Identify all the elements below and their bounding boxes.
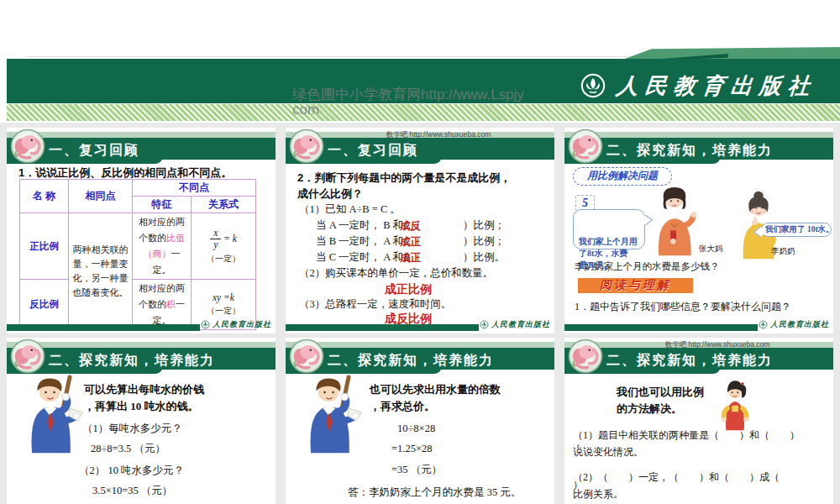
col-header-same: 相同点: [69, 180, 133, 213]
col-header-name: 名 称: [20, 180, 69, 213]
slide-title: 二、探究新知，培养能力: [328, 352, 494, 370]
slide-5[interactable]: 二、探究新知，培养能力 也可以先求出用水量的倍数 ，再求总价。 10÷8×28 …: [286, 338, 554, 504]
slide-title: 二、探究新知，培养能力: [606, 352, 773, 370]
col-header-formula: 关系式: [192, 197, 256, 213]
slide-footer-bar: [7, 324, 200, 331]
method-hint: 也可以先求出用水量的倍数 ，再求总价。: [370, 381, 501, 415]
col-header-diff: 不同点: [133, 180, 256, 197]
speech-bubble-left: 我们家上个月用 了8t水，水费 是28元。: [573, 209, 645, 249]
formula-cell: xy = k （一定）: [192, 213, 256, 280]
col-header-feature: 特征: [133, 197, 192, 213]
girl-character: [717, 378, 753, 432]
elephant-mascot-icon: [10, 339, 45, 374]
speech-bubble-right: 我们家用了 10t水。: [761, 223, 832, 237]
fill-blank-q2-end: 比例关系。: [573, 487, 623, 501]
shuxueba-watermark: 数学吧 http://www.shuxueba.com: [304, 130, 554, 140]
same-point-cell: 两种相关联的量，一种量变化，另一种量也随着变化。: [69, 213, 133, 330]
site-watermark: 绿色圃中小学教育网http://www.Lspjy com: [292, 87, 561, 118]
feature-cell: 相对应的两个数的比值（商）一定。: [133, 213, 192, 280]
section-banner: 阅读与理解: [578, 278, 693, 293]
answer-line: 答：李奶奶家上个月的水费是 35 元。: [348, 486, 521, 500]
calc-line: 28÷8=3.5 （元）: [91, 442, 165, 456]
slide-title: 一、复习回顾: [49, 142, 139, 160]
publisher-name: 人民教育出版社: [615, 71, 818, 101]
table-row: 正比例 两种相关联的量，一种量变化，另一种量也随着变化。 相对应的两个数的比值（…: [20, 213, 256, 280]
question-line-1: 2．判断下列每题中的两个量是不是成比例，: [297, 171, 511, 186]
elephant-mascot-icon: [289, 339, 324, 374]
fill-blank-q2: （2）（ ）一定，（ ）和（ ）成（: [573, 470, 780, 485]
pep-ring-icon: [480, 320, 489, 329]
elephant-mascot-icon: [10, 129, 45, 164]
person-label-right: 李奶奶: [771, 246, 795, 257]
person-label-left: 张大妈: [699, 244, 723, 255]
page: 人民教育出版社 绿色圃中小学教育网http://www.Lspjy com 一、…: [0, 0, 840, 504]
shuxueba-watermark: 数学吧 http://www.shuxueba.com: [583, 340, 833, 350]
question-line-2: 成什么比例？: [297, 186, 363, 202]
calc-line: =35 （元）: [391, 463, 442, 477]
slide-footer-logo: 人民教育出版社: [201, 319, 271, 330]
slide-6[interactable]: 数学吧 http://www.shuxueba.com 二、探究新知，培养能力 …: [564, 338, 833, 504]
slide-title: 二、探究新知，培养能力: [49, 352, 215, 370]
answer-2: 成正比例: [385, 282, 432, 297]
slide-3[interactable]: 二、探究新知，培养能力 用比例解决问题 5 我们家上个月用 了8t水，水费 是2…: [564, 128, 833, 333]
woman-zhangdama: [646, 183, 703, 257]
comparison-table: 名 称 相同点 不同点 特征 关系式 正比例 两种相关联的量，一种量变化，另一种…: [19, 179, 256, 330]
calc-line: （2） 10 吨水多少元？: [79, 464, 184, 478]
calc-line: 10÷8×28: [397, 423, 435, 435]
slide-title: 一、复习回顾: [328, 142, 418, 160]
slide-1[interactable]: 一、复习回顾 1．说说正比例、反比例的相同点和不同点。 名 称 相同点 不同点 …: [7, 128, 276, 333]
fill-blank-q1: （1）题目中相关联的两种量是（ ）和（ ）: [573, 428, 800, 443]
elephant-mascot-icon: [568, 129, 603, 164]
pep-ring-icon: [759, 320, 768, 329]
pep-ring-icon: [580, 72, 606, 99]
boy-character: [294, 375, 365, 454]
slide-2[interactable]: 数学吧 http://www.shuxueba.com 一、复习回顾 2．判断下…: [286, 128, 554, 333]
item-3: （3）总路程一定，速度和时间。: [299, 297, 451, 312]
prompt-question: 1．题中告诉了我们哪些信息？要解决什么问题？: [575, 300, 791, 314]
item-1: （1）已知 A÷B = C 。: [299, 202, 401, 217]
answer-overlay: 成正: [400, 251, 421, 265]
sub-question: 当 B 一定时， A 和C（ ）比例； 成正: [316, 234, 505, 249]
method-hint: 可以先算出每吨水的价钱 ，再算出 10 吨水的钱。: [84, 381, 204, 415]
answer-overlay: 成反: [400, 219, 421, 234]
slide-4[interactable]: 二、探究新知，培养能力 可以先算出每吨水的价钱 ，再算出 10 吨水的钱。 （1…: [7, 338, 276, 504]
fill-blank-q1-end: 说说变化情况。: [573, 445, 643, 459]
pep-ring-icon: [201, 320, 210, 329]
boy-character: [15, 375, 86, 454]
slide-title: 二、探究新知，培养能力: [606, 142, 773, 160]
publisher-logo: 人民教育出版社: [580, 71, 816, 101]
calc-line: 3.5×10=35 （元）: [92, 484, 172, 498]
sub-question: 当 C 一定时， A 和B（ ）比例。 成正: [316, 250, 505, 265]
sub-question: 当 A 一定时， B 和C（ ）比例； 成反: [316, 218, 505, 233]
slide-footer-logo: 人民教育出版社: [480, 319, 550, 330]
calc-line: （1）每吨水多少元？: [82, 422, 182, 436]
slide-footer-logo: 人民教育出版社: [759, 319, 829, 330]
calc-line: =1.25×28: [391, 443, 432, 455]
method-hint: 我们也可以用比例 的方法解决。: [617, 384, 704, 417]
feature-cell: 相对应的两个数的积一定。: [133, 280, 192, 330]
item-2: （2）购买课本的单价一定，总价和数量。: [299, 266, 493, 281]
answer-overlay: 成正: [400, 235, 421, 249]
